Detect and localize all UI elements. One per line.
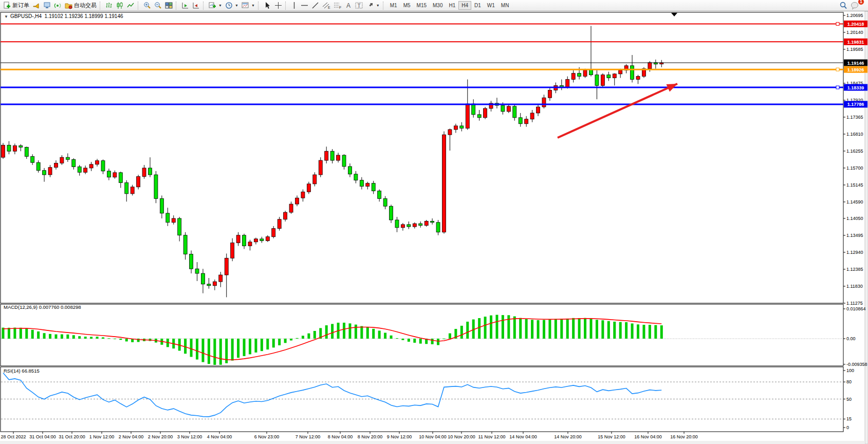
candle-body[interactable]: [601, 75, 604, 86]
candle-body[interactable]: [125, 182, 128, 193]
candle-body[interactable]: [289, 204, 293, 212]
candle-body[interactable]: [54, 163, 58, 167]
candle-body[interactable]: [231, 243, 234, 258]
candle-body[interactable]: [578, 73, 581, 77]
vertical-line-button[interactable]: [289, 1, 299, 10]
candle-body[interactable]: [190, 254, 193, 269]
candle-body[interactable]: [301, 192, 305, 198]
signals-button[interactable]: [52, 1, 63, 10]
candle-body[interactable]: [419, 224, 422, 226]
candle-body[interactable]: [178, 218, 181, 235]
periods-button[interactable]: ▼: [224, 1, 240, 10]
templates-button[interactable]: ▼: [240, 1, 256, 10]
horizontal-line-button[interactable]: [299, 1, 310, 10]
candle-body[interactable]: [513, 106, 516, 118]
candle-body[interactable]: [195, 269, 199, 273]
candle-body[interactable]: [507, 106, 510, 112]
candlestick-chart-button[interactable]: [115, 1, 125, 10]
candle-body[interactable]: [78, 167, 81, 173]
candle-body[interactable]: [319, 160, 322, 175]
market-watch-button[interactable]: [42, 1, 52, 10]
candle-body[interactable]: [631, 66, 634, 80]
candle-body[interactable]: [2, 145, 5, 157]
candle-body[interactable]: [330, 151, 334, 160]
candle-body[interactable]: [131, 187, 134, 194]
candle-body[interactable]: [525, 119, 528, 124]
chat-button[interactable]: 1: [849, 1, 861, 10]
candle-body[interactable]: [466, 104, 469, 128]
candle-body[interactable]: [484, 108, 487, 118]
candle-body[interactable]: [43, 171, 46, 175]
candle-body[interactable]: [284, 212, 287, 219]
timeframe-button-MN[interactable]: MN: [498, 1, 512, 10]
candle-body[interactable]: [278, 219, 281, 229]
candle-body[interactable]: [530, 113, 534, 119]
trendline-button[interactable]: [310, 1, 321, 10]
candle-body[interactable]: [254, 239, 257, 242]
candle-body[interactable]: [36, 162, 40, 170]
candle-body[interactable]: [166, 213, 170, 223]
candle-body[interactable]: [31, 156, 34, 162]
candle-body[interactable]: [25, 147, 28, 157]
bar-chart-button[interactable]: [104, 1, 115, 10]
trend-arrow-line[interactable]: [558, 84, 677, 138]
candle-body[interactable]: [360, 180, 363, 187]
timeframe-button-W1[interactable]: W1: [484, 1, 498, 10]
candle-body[interactable]: [19, 146, 23, 147]
candle-body[interactable]: [566, 80, 569, 87]
candle-body[interactable]: [537, 107, 540, 113]
candle-body[interactable]: [48, 168, 52, 175]
candle-body[interactable]: [201, 273, 205, 284]
candle-body[interactable]: [66, 157, 69, 159]
chart-shift-marker[interactable]: [671, 13, 677, 16]
timeframe-button-D1[interactable]: D1: [471, 1, 484, 10]
candle-body[interactable]: [348, 166, 352, 174]
timeframe-button-M15[interactable]: M15: [414, 1, 430, 10]
candle-body[interactable]: [266, 237, 269, 241]
candle-body[interactable]: [613, 74, 616, 78]
candle-body[interactable]: [213, 282, 216, 286]
candle-body[interactable]: [13, 146, 16, 152]
candle-body[interactable]: [149, 168, 152, 175]
candle-body[interactable]: [96, 161, 99, 164]
candle-body[interactable]: [243, 235, 246, 246]
candle-body[interactable]: [307, 184, 310, 192]
candle-body[interactable]: [296, 198, 299, 204]
auto-scroll-button[interactable]: [180, 1, 191, 10]
candle-body[interactable]: [372, 183, 375, 191]
timeframe-button-M30[interactable]: M30: [430, 1, 446, 10]
chart-shift-button[interactable]: [191, 1, 201, 10]
chart-menu-caret-icon[interactable]: ▼: [4, 14, 8, 19]
candle-body[interactable]: [413, 224, 416, 227]
candle-body[interactable]: [395, 220, 399, 228]
candle-body[interactable]: [60, 157, 64, 163]
candle-body[interactable]: [607, 75, 611, 78]
cursor-button[interactable]: [262, 1, 273, 10]
candle-body[interactable]: [548, 90, 551, 98]
new-chart-button[interactable]: ▼: [207, 1, 224, 10]
text-label-button[interactable]: T: [354, 1, 365, 10]
candle-body[interactable]: [142, 168, 146, 177]
candle-body[interactable]: [477, 115, 481, 118]
tile-windows-button[interactable]: [163, 1, 174, 10]
candle-body[interactable]: [219, 275, 223, 282]
candle-body[interactable]: [431, 221, 434, 222]
candle-body[interactable]: [119, 173, 122, 183]
candle-body[interactable]: [442, 135, 446, 232]
candle-body[interactable]: [84, 168, 87, 172]
candle-body[interactable]: [378, 191, 381, 199]
line-handle[interactable]: [836, 86, 839, 89]
line-chart-button[interactable]: [125, 1, 136, 10]
candle-body[interactable]: [383, 198, 387, 206]
new-order-button[interactable]: 新订单: [2, 1, 31, 10]
candle-body[interactable]: [542, 98, 546, 107]
candle-body[interactable]: [519, 118, 522, 124]
candle-body[interactable]: [272, 229, 275, 237]
candle-body[interactable]: [501, 105, 505, 112]
candle-body[interactable]: [595, 75, 599, 86]
candle-body[interactable]: [154, 175, 158, 198]
equidistant-channel-button[interactable]: E: [321, 1, 332, 10]
candle-body[interactable]: [407, 225, 411, 227]
line-handle[interactable]: [836, 22, 839, 25]
search-button[interactable]: [838, 1, 849, 10]
